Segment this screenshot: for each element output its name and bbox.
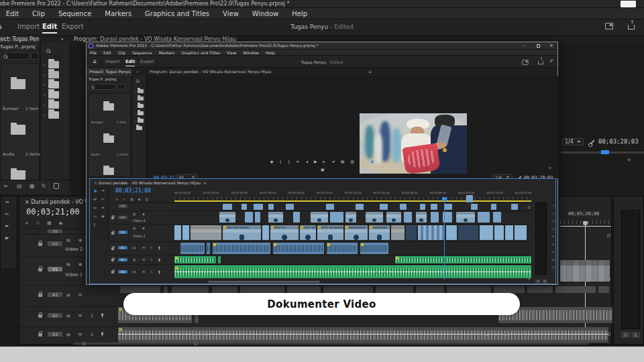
- video-clip[interactable]: [293, 212, 300, 223]
- video-clip[interactable]: [223, 204, 232, 210]
- bin-name[interactable]: Bumper: [3, 106, 19, 111]
- lock-icon[interactable]: [111, 232, 114, 235]
- project-panel-tab[interactable]: Project: Tugas Penyu: [87, 68, 132, 76]
- solo-button[interactable]: S: [535, 280, 541, 284]
- video-clip[interactable]: [366, 212, 383, 223]
- panel-overflow-icon[interactable]: »: [136, 69, 139, 74]
- eye-icon[interactable]: ◉: [78, 261, 82, 266]
- video-clip[interactable]: [420, 204, 425, 210]
- video-clip[interactable]: [431, 212, 439, 223]
- music-clip[interactable]: [118, 327, 608, 343]
- tree-item[interactable]: ›: [44, 101, 59, 109]
- menu-item[interactable]: Sequence: [52, 10, 98, 17]
- video-clip[interactable]: STAF IN: [270, 225, 299, 240]
- tool-icon[interactable]: ☛: [101, 214, 105, 219]
- settings-wrench-icon[interactable]: [590, 139, 594, 144]
- solo-button[interactable]: S: [621, 332, 630, 338]
- tree-item[interactable]: ›: [44, 91, 59, 99]
- keyframe-dot[interactable]: [486, 334, 488, 336]
- nested-premiere-window[interactable]: Adobe Premiere Pro 2022 - C:\Users\Fathu…: [86, 42, 558, 285]
- transport-button[interactable]: ▤: [341, 159, 345, 164]
- music-clip[interactable]: [174, 265, 531, 278]
- workspace-icon[interactable]: [605, 23, 613, 29]
- scrollbar-handle[interactable]: [83, 342, 86, 345]
- tree-item[interactable]: ›: [135, 111, 144, 115]
- quick-export-icon[interactable]: [628, 25, 635, 29]
- mic-icon[interactable]: [158, 271, 160, 274]
- video-clip[interactable]: [478, 212, 490, 223]
- film-icon[interactable]: ▤: [66, 292, 70, 297]
- tree-item[interactable]: ›: [135, 119, 144, 123]
- video-clip[interactable]: [418, 225, 445, 240]
- audio-clip[interactable]: [218, 256, 221, 263]
- video-clip[interactable]: [311, 212, 328, 223]
- nested-title-bar[interactable]: Adobe Premiere Pro 2022 - C:\Users\Fathu…: [87, 42, 557, 50]
- tool-icon[interactable]: ⇄: [93, 196, 97, 201]
- timeline-tab[interactable]: × Durasi pendek - VO Wisata Konservasi P…: [94, 180, 207, 185]
- video-clip[interactable]: [511, 204, 518, 210]
- search-icon[interactable]: [46, 49, 50, 53]
- transport-button[interactable]: ▶: [314, 159, 317, 164]
- tree-item[interactable]: [135, 126, 142, 130]
- tree-item[interactable]: ›: [135, 104, 144, 108]
- freeform-view-icon[interactable]: ▦: [30, 183, 35, 189]
- marker-icon[interactable]: ◆: [138, 197, 141, 201]
- menu-item[interactable]: Sequence: [129, 50, 156, 55]
- audio-clip[interactable]: [207, 243, 210, 254]
- eye-icon[interactable]: ◉: [142, 227, 145, 230]
- video-clip[interactable]: [330, 212, 343, 223]
- menu-item[interactable]: Markers: [156, 50, 178, 55]
- mute-button[interactable]: M: [142, 258, 145, 261]
- video-clip[interactable]: [480, 225, 493, 240]
- film-icon[interactable]: ▤: [66, 261, 70, 266]
- audio-clip[interactable]: [494, 286, 525, 293]
- audio-clip[interactable]: [527, 286, 553, 293]
- panel-overflow-icon[interactable]: »: [60, 36, 64, 42]
- video-clip[interactable]: WISATAWAN: [345, 225, 368, 240]
- video-clip[interactable]: [241, 204, 247, 210]
- solo-button[interactable]: S: [91, 332, 93, 337]
- add-button[interactable]: +: [548, 166, 552, 171]
- video-clip[interactable]: [268, 212, 283, 223]
- lock-icon[interactable]: [111, 271, 114, 274]
- mixer-icon[interactable]: ▥: [145, 197, 148, 201]
- bin-name[interactable]: Bumper: [91, 121, 103, 124]
- program-panel-tab[interactable]: Program: Durasi pendek - VO Wisata Konse…: [150, 69, 271, 74]
- audio-clip[interactable]: [164, 286, 168, 293]
- video-clip[interactable]: WISATAWA: [369, 225, 390, 240]
- tree-item[interactable]: ›: [44, 61, 59, 68]
- video-clip[interactable]: [268, 204, 274, 210]
- mic-icon[interactable]: [101, 332, 103, 335]
- h-scrollbar[interactable]: [73, 343, 590, 345]
- marker-icon[interactable]: ◆: [59, 221, 62, 226]
- mic-icon[interactable]: [158, 247, 160, 249]
- tree-item[interactable]: ›: [135, 97, 144, 101]
- video-clip[interactable]: [493, 212, 501, 223]
- menu-item[interactable]: Edit: [100, 50, 115, 55]
- video-clip[interactable]: [471, 204, 478, 210]
- video-clip[interactable]: [174, 225, 181, 240]
- bin-icon[interactable]: [103, 135, 114, 143]
- mic-icon[interactable]: [158, 259, 160, 261]
- tool-icon[interactable]: ↠: [5, 199, 9, 205]
- tool-icon[interactable]: ☛: [5, 235, 9, 241]
- video-clip[interactable]: [391, 225, 405, 240]
- lock-icon[interactable]: [38, 294, 42, 297]
- film-icon[interactable]: ▤: [66, 237, 70, 242]
- scrollbar-handle[interactable]: [194, 342, 197, 345]
- video-clip[interactable]: [416, 212, 427, 223]
- bin-icon[interactable]: [103, 103, 114, 111]
- video-clip[interactable]: [446, 225, 457, 240]
- bin-icon[interactable]: [11, 125, 25, 135]
- menu-item[interactable]: Help: [262, 50, 278, 55]
- video-clip[interactable]: [245, 212, 253, 223]
- eye-icon[interactable]: ◉: [142, 213, 145, 216]
- audio-clip[interactable]: [287, 286, 321, 293]
- lock-icon[interactable]: [38, 268, 42, 272]
- mute-button[interactable]: M: [142, 270, 145, 274]
- video-clip[interactable]: [191, 225, 221, 240]
- list-view-icon[interactable]: ≡: [3, 183, 8, 189]
- video-clip[interactable]: [400, 204, 407, 210]
- project-file-tab[interactable]: Tugas P...prproj: [89, 77, 131, 81]
- lock-icon[interactable]: [111, 217, 114, 219]
